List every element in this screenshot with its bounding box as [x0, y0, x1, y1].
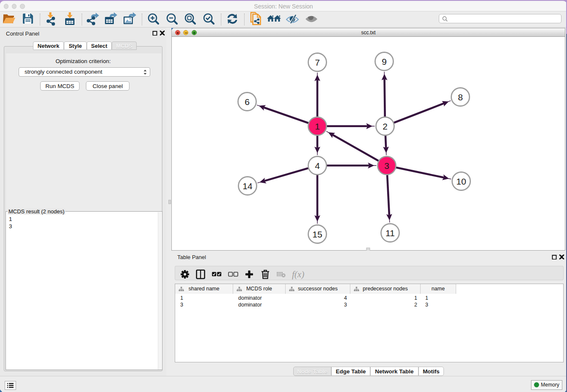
svg-text:9: 9 [382, 57, 387, 66]
svg-text:3: 3 [384, 161, 389, 171]
svg-text:8: 8 [458, 92, 463, 102]
svg-text:f(x): f(x) [292, 269, 304, 279]
svg-text:10: 10 [456, 177, 466, 186]
svg-text:11: 11 [385, 228, 395, 238]
svg-text:2: 2 [383, 121, 388, 131]
svg-text:15: 15 [312, 229, 322, 239]
svg-text:4: 4 [315, 161, 320, 171]
svg-text:1: 1 [315, 121, 320, 131]
svg-text:14: 14 [242, 181, 253, 191]
svg-text:7: 7 [315, 58, 320, 67]
svg-text:6: 6 [245, 97, 250, 107]
